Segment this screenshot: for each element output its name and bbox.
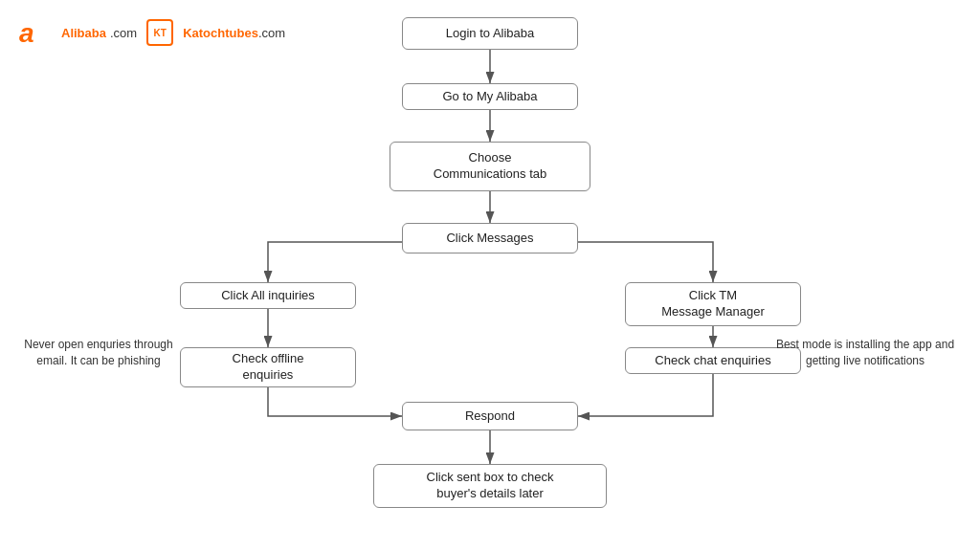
box-login: Login to Alibaba [402,17,578,50]
box-offline: Check offline enquiries [180,347,356,387]
box-comms: Choose Communications tab [390,142,590,191]
box-messages: Click Messages [402,223,578,253]
annotation-bestmode: Best mode is installing the app and gett… [760,337,970,369]
flowchart: Login to Alibaba Go to My Alibaba Choose… [0,0,980,551]
box-respond: Respond [402,402,578,430]
box-allinquiries: Click All inquiries [180,282,356,309]
box-goto: Go to My Alibaba [402,83,578,110]
box-tm: Click TM Message Manager [625,282,801,326]
annotation-phishing: Never open enquries through email. It ca… [17,337,180,369]
box-sentbox: Click sent box to check buyer's details … [373,464,607,508]
